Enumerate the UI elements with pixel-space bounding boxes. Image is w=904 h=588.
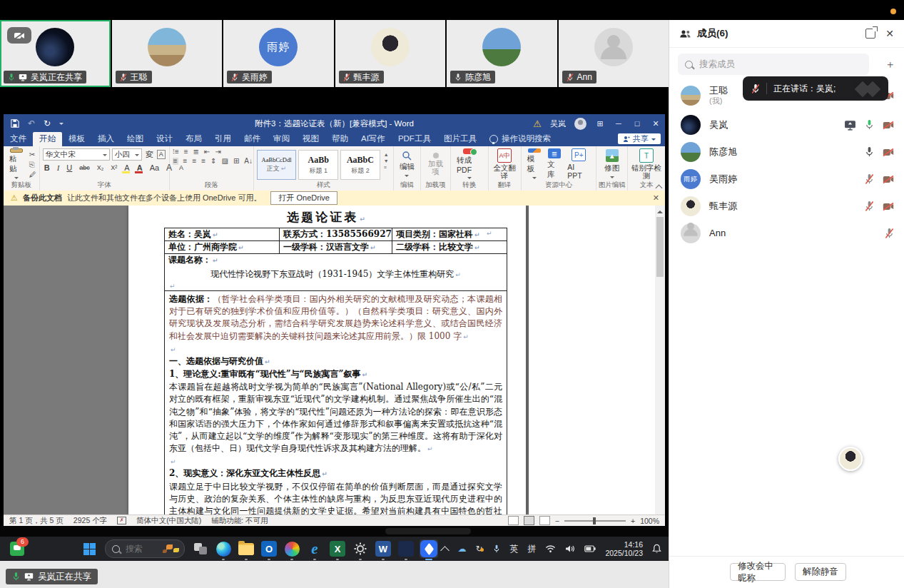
outlook-icon[interactable]: O — [260, 539, 278, 558]
mic-muted-icon[interactable] — [865, 201, 874, 212]
hidden-icons-chevron[interactable] — [441, 546, 450, 555]
taskbar-search[interactable] — [105, 539, 185, 558]
ribbon-options-icon[interactable]: ⊞ — [595, 119, 605, 128]
sort-icon[interactable]: A↓ — [244, 158, 253, 165]
file-explorer-icon[interactable] — [237, 539, 255, 558]
word-share-button[interactable]: 共享 — [618, 133, 661, 144]
tab-file[interactable]: 文件 — [4, 132, 33, 146]
bullet-list-icon[interactable]: ⁝≡ — [173, 148, 179, 156]
typo-check-button[interactable]: T错别字检测 — [631, 148, 662, 180]
mic-on-icon[interactable] — [865, 146, 874, 158]
tab-pdf-tools[interactable]: PDF工具 — [392, 132, 437, 146]
tell-me-search[interactable]: 操作说明搜索 — [483, 132, 557, 146]
excel-icon[interactable]: X — [328, 539, 347, 558]
edit-button[interactable]: 编辑 — [397, 148, 417, 180]
member-search-input[interactable] — [698, 59, 808, 70]
member-row-zhenfengyuan[interactable]: 甄丰源 — [669, 193, 904, 220]
align-right-icon[interactable]: ≡ — [192, 158, 196, 165]
battery-icon[interactable] — [584, 545, 596, 552]
convert-to-pdf-button[interactable]: 转成PDF — [454, 148, 485, 180]
align-center-icon[interactable]: ≡ — [183, 158, 188, 165]
mic-muted-icon[interactable] — [865, 173, 874, 185]
settings-icon[interactable] — [351, 539, 370, 558]
camera-off-icon[interactable] — [883, 202, 894, 211]
mic-muted-icon[interactable] — [885, 228, 894, 239]
account-avatar[interactable] — [574, 118, 586, 130]
character-border-icon[interactable]: A — [157, 150, 166, 159]
zoom-slider[interactable] — [564, 520, 626, 522]
font-name-select[interactable]: 华文中宋 — [43, 148, 110, 161]
proofing-error-icon[interactable]: ✗ — [117, 517, 126, 524]
member-row-chenyanxu[interactable]: 陈彦旭 — [669, 138, 904, 166]
change-case-button[interactable]: Aa — [148, 163, 161, 173]
wifi-icon[interactable] — [545, 544, 556, 553]
print-layout-icon[interactable] — [524, 516, 534, 525]
bold-button[interactable]: B — [43, 163, 51, 173]
decrease-indent-icon[interactable]: ⇤ — [204, 148, 210, 156]
cut-icon[interactable]: ✂ — [29, 151, 36, 158]
word-icon[interactable]: W — [374, 539, 392, 558]
video-tile-chenyanxu[interactable]: 陈彦旭 — [447, 20, 557, 87]
multilevel-list-icon[interactable]: ≣ — [193, 148, 199, 156]
increase-indent-icon[interactable]: ⇥ — [215, 148, 220, 156]
member-row-wulan[interactable]: 吴岚 — [669, 111, 904, 138]
phonetic-guide-icon[interactable]: 変 — [144, 149, 155, 160]
format-painter-icon[interactable]: 🖉 — [29, 171, 36, 178]
subscript-button[interactable]: X₂ — [96, 163, 106, 173]
zoom-in-icon[interactable]: + — [631, 517, 635, 525]
template-button[interactable]: 模板 — [524, 148, 544, 180]
undo-icon[interactable]: ↶ — [28, 118, 35, 128]
style-normal[interactable]: AaBbCcDdl正文 — [257, 150, 297, 180]
camera-off-icon[interactable] — [883, 175, 894, 184]
tab-picture-tools[interactable]: 图片工具 — [437, 132, 483, 146]
tab-draw[interactable]: 绘图 — [121, 132, 150, 146]
read-mode-icon[interactable] — [508, 516, 519, 525]
tab-home[interactable]: 开始 — [33, 132, 62, 146]
tab-help[interactable]: 帮助 — [325, 132, 355, 146]
tencent-meeting-icon[interactable] — [420, 539, 438, 558]
scrollbar-thumb[interactable] — [656, 217, 664, 277]
document-page-1[interactable]: 选题论证表 ↵ 姓名：吴岚 联系方式：13585566927 项目类别：国家社科… — [128, 206, 526, 514]
zoom-out-icon[interactable]: − — [555, 517, 559, 525]
tab-ai-writing[interactable]: AI写作 — [355, 132, 392, 146]
taskbar-clock[interactable]: 14:162025/10/23 — [605, 540, 643, 557]
tab-mailings[interactable]: 邮件 — [238, 132, 267, 146]
unmute-button[interactable]: 解除静音 — [795, 563, 846, 581]
full-text-translate-button[interactable]: A中 全文翻译 — [492, 148, 518, 180]
tab-template[interactable]: 模板 — [62, 132, 91, 146]
save-icon[interactable] — [11, 119, 19, 128]
sync-icon[interactable]: ↻ — [475, 544, 484, 554]
italic-button[interactable]: I — [56, 163, 61, 173]
strikethrough-button[interactable]: abc — [78, 163, 91, 173]
quick-access-caret-icon[interactable] — [59, 123, 64, 127]
font-size-select[interactable]: 小四 — [112, 148, 142, 161]
styles-gallery-scroll[interactable]: ▲▼≡ — [382, 150, 390, 173]
line-spacing-icon[interactable]: ⇕ — [210, 158, 216, 165]
ai-ppt-button[interactable]: P+AI PPT — [564, 148, 593, 180]
numbered-list-icon[interactable]: ≡ — [184, 148, 188, 156]
document-page-2[interactable] — [529, 206, 655, 514]
sharing-status-badge[interactable]: 吴岚正在共享 — [6, 569, 98, 584]
retouch-button[interactable]: ▲修图 — [599, 148, 624, 180]
taskbar-search-input[interactable] — [124, 543, 151, 554]
member-row-wuyuting[interactable]: 雨婷 吴雨婷 — [669, 166, 904, 193]
align-left-icon[interactable]: ≡ — [173, 158, 178, 165]
superscript-button[interactable]: X² — [109, 163, 118, 173]
redo-icon[interactable]: ↻ — [44, 118, 51, 128]
web-layout-icon[interactable] — [539, 516, 550, 525]
volume-icon[interactable] — [565, 544, 575, 553]
maximize-button[interactable]: □ — [632, 119, 642, 128]
video-tile-wangcong[interactable]: 王聪 — [112, 20, 223, 87]
text-highlight-button[interactable]: A — [123, 163, 131, 173]
video-tile-ann[interactable]: Ann — [559, 20, 669, 87]
accessibility-status[interactable]: 辅助功能: 不可用 — [211, 516, 268, 526]
member-search-box[interactable] — [678, 54, 869, 75]
camera-off-icon[interactable] — [883, 121, 894, 130]
close-panel-icon[interactable]: ✕ — [885, 28, 894, 39]
style-heading1[interactable]: AaBb标题 1 — [298, 150, 338, 180]
underline-button[interactable]: U — [65, 163, 73, 173]
start-button[interactable] — [80, 539, 98, 558]
pop-out-panel-icon[interactable] — [865, 29, 875, 39]
library-button[interactable]: ≣文库 — [544, 148, 564, 180]
page-indicator[interactable]: 第 1 页，共 5 页 — [9, 516, 64, 526]
